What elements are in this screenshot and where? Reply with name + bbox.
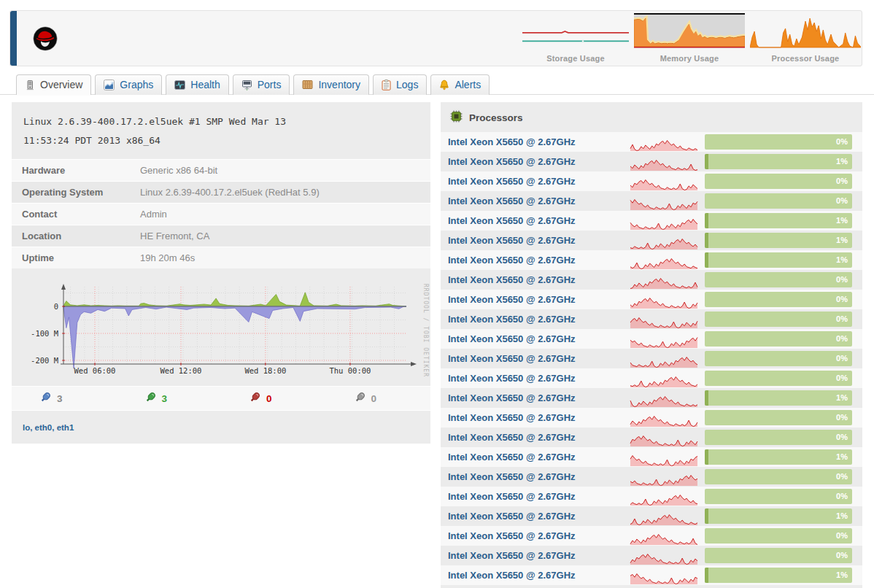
- ports-icon: [241, 80, 252, 90]
- processor-name-link[interactable]: Intel Xeon X5650 @ 2.67GHz: [448, 570, 629, 581]
- tab-overview[interactable]: Overview: [16, 74, 91, 95]
- ports-down-count[interactable]: 0: [221, 391, 326, 406]
- processor-usage-bar: 0%: [705, 371, 852, 386]
- processor-usage-percent: 0%: [836, 489, 848, 504]
- processor-name-link[interactable]: Intel Xeon X5650 @ 2.67GHz: [448, 274, 629, 285]
- processor-name-link[interactable]: Intel Xeon X5650 @ 2.67GHz: [448, 235, 629, 246]
- processor-row[interactable]: Intel Xeon X5650 @ 2.67GHz1%: [441, 447, 862, 467]
- processor-name-link[interactable]: Intel Xeon X5650 @ 2.67GHz: [448, 196, 629, 206]
- processor-usage-bar: 1%: [705, 252, 852, 268]
- processor-row[interactable]: Intel Xeon X5650 @ 2.67GHz0%: [441, 349, 862, 368]
- processor-row[interactable]: Intel Xeon X5650 @ 2.67GHz0%: [441, 526, 862, 546]
- processor-usage-bar: 0%: [705, 134, 852, 150]
- processor-usage-sparkline: [629, 551, 699, 565]
- processor-name-link[interactable]: Intel Xeon X5650 @ 2.67GHz: [448, 471, 629, 482]
- tab-graphs[interactable]: Graphs: [95, 74, 162, 95]
- memory-usage-minigraph[interactable]: Memory Usage: [634, 13, 745, 63]
- processor-name-link[interactable]: Intel Xeon X5650 @ 2.67GHz: [448, 314, 629, 325]
- processor-usage-bar: 0%: [705, 351, 852, 366]
- processor-row[interactable]: Intel Xeon X5650 @ 2.67GHz0%: [441, 132, 862, 152]
- processor-name-link[interactable]: Intel Xeon X5650 @ 2.67GHz: [448, 156, 629, 167]
- processor-usage-sparkline: [629, 374, 699, 388]
- processor-usage-bar: 0%: [705, 272, 852, 287]
- tab-logs[interactable]: Logs: [373, 74, 427, 95]
- processor-name-link[interactable]: Intel Xeon X5650 @ 2.67GHz: [448, 511, 629, 522]
- processor-usage-minigraph[interactable]: Processor Usage: [750, 13, 861, 63]
- info-row-hardware: HardwareGeneric x86 64-bit: [12, 159, 430, 181]
- processor-row[interactable]: Intel Xeon X5650 @ 2.67GHz0%: [441, 329, 862, 349]
- info-label: Operating System: [12, 187, 140, 198]
- processor-name-link[interactable]: Intel Xeon X5650 @ 2.67GHz: [448, 530, 629, 541]
- processor-name-link[interactable]: Intel Xeon X5650 @ 2.67GHz: [448, 491, 629, 502]
- processor-usage-bar: 1%: [705, 390, 852, 406]
- ports-up-count[interactable]: 3: [117, 391, 222, 406]
- processor-name-link[interactable]: Intel Xeon X5650 @ 2.67GHz: [448, 136, 629, 147]
- processor-name-link[interactable]: Intel Xeon X5650 @ 2.67GHz: [448, 373, 629, 384]
- processor-row[interactable]: Intel Xeon X5650 @ 2.67GHz0%: [441, 309, 862, 329]
- processor-usage-sparkline: [629, 354, 699, 368]
- processor-name-link[interactable]: Intel Xeon X5650 @ 2.67GHz: [448, 392, 629, 403]
- processor-usage-sparkline: [629, 492, 699, 506]
- tab-inventory[interactable]: Inventory: [293, 74, 369, 95]
- processor-row[interactable]: Intel Xeon X5650 @ 2.67GHz0%: [441, 467, 862, 487]
- processor-name-link[interactable]: Intel Xeon X5650 @ 2.67GHz: [448, 353, 629, 364]
- processor-row[interactable]: Intel Xeon X5650 @ 2.67GHz1%: [441, 388, 862, 408]
- port-plug-down-icon: [249, 391, 261, 406]
- processor-usage-sparkline: [629, 413, 699, 428]
- memory-usage-sparkline: [634, 13, 745, 50]
- processor-row[interactable]: Intel Xeon X5650 @ 2.67GHz1%: [441, 250, 862, 270]
- processor-usage-sparkline: [629, 511, 699, 526]
- processor-row[interactable]: Intel Xeon X5650 @ 2.67GHz0%: [441, 171, 862, 191]
- processor-name-link[interactable]: Intel Xeon X5650 @ 2.67GHz: [448, 550, 629, 561]
- processor-usage-percent: 0%: [836, 351, 848, 366]
- processor-usage-percent: 0%: [836, 430, 848, 445]
- storage-usage-minigraph[interactable]: Storage Usage: [514, 13, 638, 63]
- processor-name-link[interactable]: Intel Xeon X5650 @ 2.67GHz: [448, 255, 629, 266]
- info-value: Linux 2.6.39-400.17.2.el5uek (RedHat 5.9…: [140, 187, 320, 198]
- processor-row[interactable]: Intel Xeon X5650 @ 2.67GHz0%: [441, 428, 862, 447]
- processor-row[interactable]: Intel Xeon X5650 @ 2.67GHz0%: [441, 408, 862, 428]
- processor-usage-label: Processor Usage: [750, 54, 861, 63]
- info-label: Location: [12, 231, 140, 241]
- processor-usage-fill: [705, 252, 708, 268]
- interfaces-list-link[interactable]: lo, eth0, eth1: [23, 423, 74, 432]
- processor-row[interactable]: Intel Xeon X5650 @ 2.67GHz0%: [441, 487, 862, 506]
- processor-usage-percent: 0%: [836, 528, 848, 543]
- tab-health[interactable]: Health: [166, 74, 228, 95]
- processor-name-link[interactable]: Intel Xeon X5650 @ 2.67GHz: [448, 432, 629, 443]
- ports-total-count[interactable]: 3: [12, 391, 117, 406]
- tab-label: Ports: [258, 79, 282, 90]
- processor-row[interactable]: Intel Xeon X5650 @ 2.67GHz0%: [441, 191, 862, 211]
- tab-label: Inventory: [318, 79, 360, 90]
- processor-usage-bar: 0%: [705, 430, 852, 445]
- processor-usage-sparkline: [629, 314, 699, 329]
- processor-name-link[interactable]: Intel Xeon X5650 @ 2.67GHz: [448, 452, 629, 463]
- processor-name-link[interactable]: Intel Xeon X5650 @ 2.67GHz: [448, 412, 629, 423]
- processor-name-link[interactable]: Intel Xeon X5650 @ 2.67GHz: [448, 215, 629, 226]
- header-accent-bar: [10, 11, 17, 66]
- processor-name-link[interactable]: Intel Xeon X5650 @ 2.67GHz: [448, 333, 629, 344]
- tab-ports[interactable]: Ports: [233, 74, 290, 95]
- processor-row[interactable]: Intel Xeon X5650 @ 2.67GHz1%: [441, 565, 862, 585]
- processor-usage-fill: [705, 449, 708, 465]
- processor-row[interactable]: Intel Xeon X5650 @ 2.67GHz1%: [441, 152, 862, 171]
- processor-usage-percent: 1%: [836, 252, 848, 268]
- ports-ignored-count[interactable]: 0: [326, 391, 431, 406]
- processor-row[interactable]: Intel Xeon X5650 @ 2.67GHz1%: [441, 231, 862, 250]
- redhat-logo[interactable]: [33, 26, 58, 51]
- processor-row[interactable]: Intel Xeon X5650 @ 2.67GHz0%: [441, 546, 862, 565]
- processor-usage-bar: 1%: [705, 508, 852, 524]
- processor-usage-bar: 1%: [705, 568, 852, 583]
- device-traffic-graph[interactable]: Wed 06:00Wed 12:00Wed 18:00Thu 00:000-10…: [20, 281, 423, 382]
- processor-name-link[interactable]: Intel Xeon X5650 @ 2.67GHz: [448, 294, 629, 305]
- tab-label: Alerts: [455, 79, 481, 90]
- tab-alerts[interactable]: Alerts: [430, 74, 490, 95]
- processor-row[interactable]: Intel Xeon X5650 @ 2.67GHz1%: [441, 506, 862, 526]
- processor-usage-percent: 0%: [836, 134, 848, 150]
- processor-row[interactable]: Intel Xeon X5650 @ 2.67GHz0%: [441, 270, 862, 290]
- processor-name-link[interactable]: Intel Xeon X5650 @ 2.67GHz: [448, 176, 629, 187]
- info-value: Generic x86 64-bit: [140, 165, 217, 176]
- processor-row[interactable]: Intel Xeon X5650 @ 2.67GHz0%: [441, 290, 862, 309]
- processor-row[interactable]: Intel Xeon X5650 @ 2.67GHz0%: [441, 368, 862, 388]
- processor-row[interactable]: Intel Xeon X5650 @ 2.67GHz1%: [441, 211, 862, 231]
